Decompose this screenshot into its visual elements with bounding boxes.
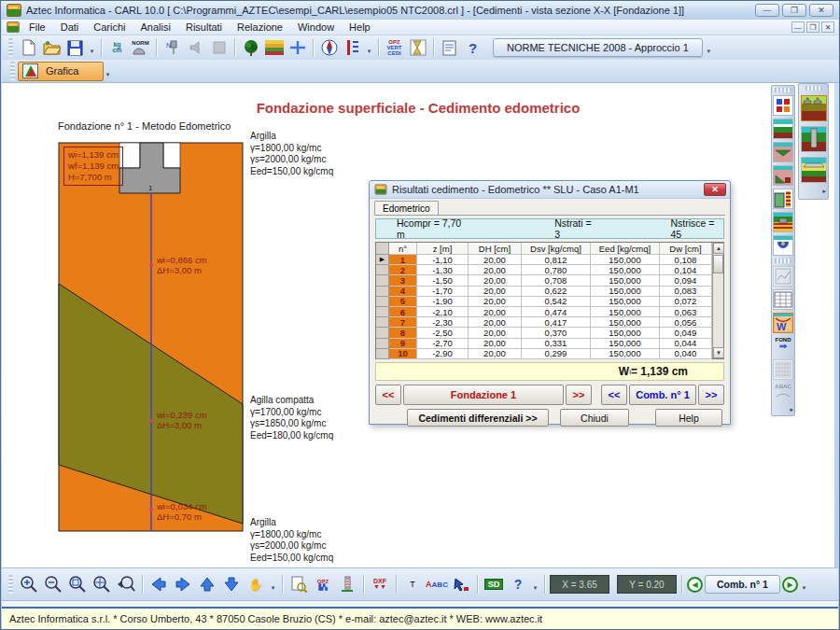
toolbar-expand-icon2[interactable]: ▸ — [822, 188, 826, 195]
cedimenti-differenziali-button[interactable]: Cedimenti differenziali >> — [407, 409, 549, 427]
bottom-overflow3[interactable]: ▾ — [800, 575, 808, 594]
menu-carichi[interactable]: Carichi — [87, 21, 132, 34]
table-cell[interactable]: 20,00 — [469, 287, 522, 297]
speaker-icon[interactable] — [185, 37, 206, 58]
mdi-close-button[interactable]: ✕ — [821, 21, 834, 33]
vegetation-icon[interactable] — [240, 37, 261, 58]
table-row[interactable]: 3-1,5020,000,708150,0000,094 — [376, 275, 723, 286]
drawing-canvas[interactable]: Fondazione superficiale - Cedimento edom… — [2, 83, 834, 567]
table-row[interactable]: ▶1-1,1020,000,812150,0000,108 — [376, 255, 723, 265]
table-cell[interactable]: 20,00 — [469, 349, 522, 359]
new-file-icon[interactable] — [18, 37, 39, 58]
menu-dati[interactable]: Dati — [54, 21, 86, 34]
table-row[interactable]: 2-1,3020,000,780150,0000,104 — [376, 265, 723, 275]
landscape-colors-icon[interactable] — [263, 37, 285, 58]
crosshair-icon[interactable] — [287, 37, 308, 58]
table-cell[interactable]: 20,00 — [469, 275, 522, 286]
table-cell[interactable]: 5 — [389, 297, 417, 307]
pile-type-icon[interactable] — [801, 126, 827, 152]
table-cell[interactable]: 4 — [389, 287, 417, 297]
pan-right-icon[interactable] — [172, 573, 194, 595]
toolbar-grip3[interactable] — [775, 88, 791, 92]
maximize-button[interactable]: ❐ — [782, 4, 806, 17]
toolbar-grip6[interactable] — [8, 575, 13, 594]
column-header[interactable]: n° — [389, 243, 417, 255]
prev-fondazione-button[interactable]: << — [375, 385, 401, 405]
menu-relazione[interactable]: Relazione — [231, 21, 289, 34]
section-load-icon[interactable] — [773, 142, 793, 162]
table-cell[interactable]: 0,417 — [522, 317, 591, 328]
row-selector[interactable] — [376, 297, 389, 307]
table-row[interactable]: 8-2,5020,000,370150,0000,049 — [376, 328, 723, 338]
zoom-in-icon[interactable] — [18, 573, 40, 595]
table-cell[interactable]: -2,50 — [417, 328, 469, 338]
next-fondazione-button[interactable]: >> — [566, 385, 592, 405]
elevation-icon[interactable] — [342, 37, 363, 58]
row-selector[interactable] — [376, 287, 389, 297]
toolbar-overflow2[interactable]: ▾ — [365, 38, 373, 57]
section-drawing[interactable]: 1 — [51, 132, 252, 542]
table-row[interactable]: 4-1,7020,000,622150,0000,083 — [376, 287, 723, 297]
pan-down-icon[interactable] — [220, 573, 243, 595]
table-cell[interactable]: 0,049 — [660, 328, 712, 338]
table-row[interactable]: 9-2,7020,000,331150,0000,044 — [376, 339, 723, 349]
table-cell[interactable]: 150,000 — [591, 307, 660, 317]
table-view-icon[interactable] — [773, 289, 793, 310]
minimize-button[interactable]: — — [755, 4, 779, 17]
help-icon[interactable]: ? — [462, 37, 483, 58]
table-cell[interactable]: 6 — [389, 307, 417, 317]
help-button[interactable]: Help — [655, 409, 722, 427]
matrix-icon[interactable] — [773, 359, 793, 380]
table-cell[interactable]: 20,00 — [469, 255, 522, 265]
table-cell[interactable]: 0,063 — [660, 307, 712, 317]
menu-analisi[interactable]: Analisi — [134, 21, 177, 34]
toolbar-expand-icon[interactable]: ▸ — [790, 406, 793, 413]
column-header[interactable]: Dw [cm] — [660, 243, 712, 255]
save-icon[interactable] — [64, 37, 86, 58]
opz-grafica-icon[interactable]: OPZ▙▚ — [312, 573, 334, 595]
next-comb-button[interactable]: >> — [698, 385, 724, 405]
compass-icon[interactable] — [318, 37, 340, 58]
table-cell[interactable]: 0,094 — [660, 275, 712, 286]
toolbar-grip4[interactable] — [775, 259, 791, 263]
table-cell[interactable]: 150,000 — [591, 328, 660, 338]
pan-up-icon[interactable] — [196, 573, 218, 595]
table-cell[interactable]: 20,00 — [469, 328, 522, 338]
column-header[interactable]: DH [cm] — [469, 243, 522, 255]
fondazione-selector[interactable]: Fondazione 1 — [403, 385, 564, 405]
grafica-tab[interactable]: Grafica — [18, 62, 104, 81]
stop-icon[interactable] — [208, 37, 230, 58]
table-cell[interactable]: 150,000 — [591, 297, 660, 307]
table-cell[interactable]: 0,622 — [522, 287, 591, 297]
close-button[interactable]: ✕ — [809, 4, 833, 17]
abac-icon[interactable]: ABAC — [773, 383, 793, 403]
table-cell[interactable]: 150,000 — [591, 287, 660, 297]
table-cell[interactable]: 0,542 — [522, 297, 591, 307]
zoom-previous-icon[interactable] — [115, 573, 137, 595]
zoom-extents-icon[interactable] — [91, 573, 113, 595]
table-cell[interactable]: -1,50 — [417, 275, 469, 286]
table-row[interactable]: 5-1,9020,000,542150,0000,072 — [376, 297, 723, 307]
table-cell[interactable]: 3 — [389, 275, 417, 286]
row-selector[interactable] — [376, 328, 389, 338]
help2-icon[interactable]: ? — [507, 573, 529, 595]
table-cell[interactable]: 150,000 — [591, 265, 660, 275]
bottom-overflow2[interactable]: ▾ — [531, 575, 539, 594]
menu-help[interactable]: Help — [343, 21, 377, 34]
font-icon[interactable]: AABC — [426, 573, 448, 595]
comb-selector[interactable]: Comb. n° 1 — [629, 385, 696, 405]
table-cell[interactable]: 20,00 — [469, 307, 522, 317]
row-selector[interactable]: ▶ — [376, 255, 389, 265]
toolbar-grip[interactable] — [8, 38, 13, 57]
mdi-restore-button[interactable]: ❐ — [806, 21, 819, 33]
menu-risultati[interactable]: Risultati — [179, 21, 229, 34]
table-cell[interactable]: 0,044 — [660, 339, 712, 349]
pan-hand-icon[interactable]: ✋ — [245, 573, 267, 595]
toolbar-overflow[interactable]: ▾ — [88, 38, 96, 57]
table-cell[interactable]: 0,708 — [522, 275, 591, 286]
table-cell[interactable]: 20,00 — [469, 317, 522, 328]
row-selector[interactable] — [376, 307, 389, 317]
table-cell[interactable]: 20,00 — [469, 265, 522, 275]
table-cell[interactable]: 0,474 — [522, 307, 591, 317]
report-icon[interactable] — [439, 37, 460, 58]
